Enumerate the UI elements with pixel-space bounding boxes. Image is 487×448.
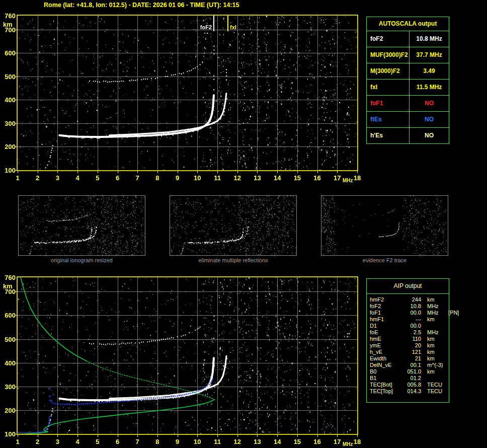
- x-tick-label: 17: [331, 438, 343, 445]
- x-tick-label: 12: [231, 175, 244, 182]
- autoscala-param-value: NO: [409, 96, 449, 111]
- aip-param-label: D1: [370, 323, 400, 329]
- aip-param-unit: MHz: [422, 310, 447, 316]
- aip-param-unit: km: [422, 316, 447, 323]
- aip-param-label: TEC[Top]: [370, 388, 400, 395]
- autoscala-param-value: 11.5 MHz: [409, 80, 449, 95]
- x-tick-label: 1: [12, 438, 24, 445]
- aip-param-value: 2.5: [400, 329, 422, 336]
- autoscala-param-value: 37.7 MHz: [409, 47, 449, 63]
- x-tick-label: 4: [71, 175, 84, 182]
- x-tick-label: 6: [112, 175, 124, 182]
- x-tick-label: 14: [271, 438, 283, 445]
- aip-row: hmE110km: [370, 336, 449, 342]
- y-tick-label: 600: [0, 50, 16, 57]
- x-tick-label: 15: [291, 438, 303, 445]
- aip-param-label: foF1: [370, 310, 400, 316]
- thumbnail-caption: eliminate multiple reflections: [170, 257, 297, 263]
- aip-param-value: 244: [400, 296, 422, 303]
- aip-row: D100.0: [370, 323, 449, 329]
- x-tick-label: 17: [331, 175, 343, 182]
- aip-param-value: 014.3: [400, 388, 422, 395]
- thumbnail-caption: original ionogram resized: [18, 257, 145, 263]
- aip-param-unit: MHz: [422, 303, 447, 310]
- autoscala-param-value: NO: [409, 128, 449, 143]
- y-tick-label: 760: [0, 13, 16, 20]
- y-tick-label: 300: [0, 384, 16, 391]
- aip-param-note: [447, 329, 449, 336]
- aip-param-unit: TECU: [422, 382, 447, 388]
- aip-param-value: 00.1: [400, 362, 422, 368]
- top-ionogram-canvas: [15, 13, 361, 177]
- aip-row: foE2.5MHz: [370, 329, 449, 336]
- autoscala-param-label: MUF(3000)F2: [367, 47, 409, 63]
- autoscala-row: ftEsNO: [367, 111, 449, 127]
- y-tick-label: 760: [0, 274, 16, 281]
- aip-param-note: [447, 296, 449, 303]
- autoscala-row: foF210.8 MHz: [367, 31, 449, 47]
- aip-param-label: hmF1: [370, 316, 400, 323]
- aip-param-unit: [422, 375, 447, 382]
- x-tick-label: 16: [311, 175, 323, 182]
- x-tick-label: 11: [211, 175, 223, 182]
- aip-param-note: [447, 382, 449, 388]
- x-tick-label: 18: [351, 175, 363, 182]
- aip-row: Ewidth21km: [370, 355, 449, 362]
- y-tick-label: 300: [0, 120, 16, 127]
- x-tick-label: 2: [32, 438, 44, 445]
- autoscala-row: MUF(3000)F237.7 MHz: [367, 47, 449, 63]
- aip-param-value: 01.2: [400, 375, 422, 382]
- aip-param-label: h_vE: [370, 349, 400, 355]
- aip-param-unit: km: [422, 368, 447, 375]
- aip-param-value: 00.0: [400, 323, 422, 329]
- autoscala-row: h'EsNO: [367, 127, 449, 143]
- autoscala-param-label: M(3000)F2: [367, 63, 409, 79]
- aip-param-label: hmF2: [370, 296, 400, 303]
- autoscala-app-window: { "title": "Rome (lat: +41.8, lon: 012.5…: [0, 0, 487, 448]
- aip-row: TEC[Top]014.3TECU: [370, 388, 449, 395]
- x-tick-label: 12: [231, 438, 244, 445]
- thumbnail-eliminate-multiple-reflections: [170, 195, 297, 256]
- aip-param-note: [447, 388, 449, 395]
- bottom-ionogram-canvas: [15, 274, 361, 440]
- aip-param-unit: TECU: [422, 388, 447, 395]
- x-axis-unit-label: MHz: [343, 178, 353, 183]
- aip-param-unit: km: [422, 296, 447, 303]
- aip-param-note: [447, 342, 449, 349]
- aip-param-value: ---: [400, 316, 422, 323]
- aip-output-table: AIP output hmF2244kmfoF210.8MHzfoF100.0M…: [366, 278, 449, 403]
- aip-param-note: [PN]: [447, 310, 459, 316]
- autoscala-param-value: NO: [409, 112, 449, 127]
- y-tick-label: 400: [0, 97, 16, 104]
- thumbnail-original-ionogram-resized: [18, 195, 145, 256]
- x-tick-label: 10: [191, 175, 203, 182]
- autoscala-param-value: 3.49: [409, 63, 449, 79]
- x-tick-label: 7: [131, 175, 143, 182]
- y-tick-label: 600: [0, 312, 16, 319]
- aip-param-unit: km: [422, 342, 447, 349]
- aip-param-unit: km: [422, 336, 447, 342]
- autoscala-param-label: ftEs: [367, 112, 409, 127]
- aip-param-unit: [422, 323, 447, 329]
- x-tick-label: 6: [112, 438, 124, 445]
- x-tick-label: 8: [151, 438, 164, 445]
- autoscala-row: M(3000)F23.49: [367, 63, 449, 79]
- aip-param-unit: km: [422, 349, 447, 355]
- x-tick-label: 3: [51, 175, 63, 182]
- y-tick-label: 400: [0, 360, 16, 367]
- aip-param-note: [447, 368, 449, 375]
- aip-param-label: ymE: [370, 342, 400, 349]
- autoscala-param-label: foF2: [367, 31, 409, 47]
- x-tick-label: 15: [291, 175, 303, 182]
- aip-row: ymE20km: [370, 342, 449, 349]
- x-tick-label: 7: [131, 438, 143, 445]
- y-axis-unit-label: km: [3, 282, 13, 290]
- x-axis-unit-label: MHz: [343, 441, 353, 447]
- x-tick-label: 9: [172, 438, 184, 445]
- aip-param-label: B1: [370, 375, 400, 382]
- aip-row: foF210.8MHz: [370, 303, 449, 310]
- aip-param-value: 051.0: [400, 368, 422, 375]
- y-tick-label: 100: [0, 431, 16, 438]
- aip-param-note: [447, 336, 449, 342]
- aip-param-label: foE: [370, 329, 400, 336]
